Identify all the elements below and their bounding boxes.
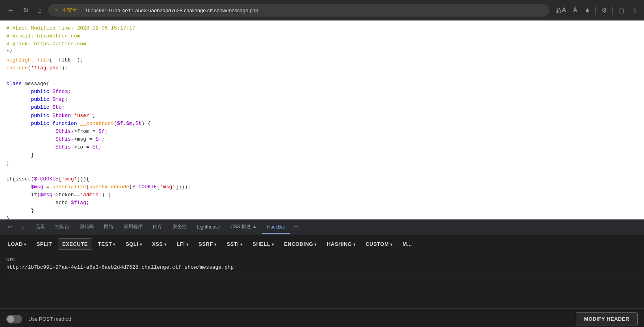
hackbar-ssrf-button[interactable]: SSRF: [194, 238, 221, 250]
devtools-tab-sources[interactable]: 源代码: [75, 220, 98, 234]
code-comment-1: # @Last Modified Time: 2020-12-05 15:17:…: [6, 25, 135, 31]
hackbar-footer: Use POST method MODIFY HEADER: [0, 308, 644, 327]
devtools-tab-select[interactable]: □: [18, 221, 30, 234]
hackbar-content: URL http://1b7bc991-97aa-4e11-a5e3-6aeb2…: [0, 253, 644, 308]
devtools-tab-elements[interactable]: 元素: [31, 220, 50, 234]
hackbar-lfi-button[interactable]: LFI: [172, 238, 193, 250]
hackbar-more-button[interactable]: M...: [398, 238, 416, 250]
insecure-label: 不安全: [62, 7, 77, 14]
code-comment-2: # @email: hlxa@ctfer.com: [6, 33, 80, 39]
devtools-tab-application[interactable]: 应用程序: [119, 220, 147, 234]
devtools-tab-lighthouse[interactable]: Lighthouse: [192, 221, 225, 234]
separator: |: [80, 7, 82, 13]
browser-actions: あA Â ★ | ⚙ | ▢ ☆: [553, 5, 639, 16]
hackbar-test-button[interactable]: TEST: [94, 238, 120, 250]
hackbar-split-button[interactable]: SPLIT: [32, 238, 56, 250]
modify-header-button[interactable]: MODIFY HEADER: [576, 312, 638, 325]
hackbar-execute-button[interactable]: EXECUTE: [58, 238, 92, 250]
hackbar-load-button[interactable]: LOAD: [3, 238, 31, 250]
devtools-tabs: ▭ □ 元素 控制台 源代码 网络 应用程序 内存 安全性 Lighthouse…: [0, 219, 644, 235]
warning-icon: ⚠: [54, 7, 59, 13]
devtools-tab-security[interactable]: 安全性: [168, 220, 191, 234]
home-button[interactable]: ⌂: [35, 5, 44, 16]
translate-button[interactable]: あA: [553, 5, 568, 16]
code-highlight: highlight_file: [6, 57, 49, 63]
extensions-button[interactable]: ⚙: [599, 5, 609, 16]
address-bar[interactable]: ⚠ 不安全 | 1b7bc991-97aa-4e11-a5e3-6aeb2d4d…: [48, 4, 549, 17]
devtools-panel: ▭ □ 元素 控制台 源代码 网络 应用程序 内存 安全性 Lighthouse…: [0, 219, 644, 327]
browser-chrome: ← ↻ ⌂ ⚠ 不安全 | 1b7bc991-97aa-4e11-a5e3-6a…: [0, 0, 644, 20]
hackbar-hashing-button[interactable]: HASHING: [323, 238, 360, 250]
bookmark-button[interactable]: ★: [582, 5, 592, 16]
hackbar-custom-button[interactable]: CUSTOM: [361, 238, 397, 250]
refresh-button[interactable]: ↻: [20, 4, 31, 16]
code-include: include: [6, 65, 28, 71]
hackbar-ssti-button[interactable]: SSTI: [223, 238, 247, 250]
devtools-tab-add[interactable]: +: [291, 221, 301, 233]
read-button[interactable]: Â: [571, 5, 580, 15]
hackbar-xss-button[interactable]: XSS: [148, 238, 171, 250]
devtools-tab-css[interactable]: CSS 概述 ▲: [226, 220, 262, 234]
devtools-tab-network[interactable]: 网络: [99, 220, 118, 234]
address-text: 1b7bc991-97aa-4e11-a5e3-6aeb2d4d7628.cha…: [85, 7, 258, 13]
code-comment-3: # @link: https://ctfer.com: [6, 41, 86, 47]
devtools-tab-hackbar[interactable]: HackBar: [262, 221, 290, 234]
devtools-tab-console[interactable]: 控制台: [50, 220, 74, 234]
favorites-button[interactable]: ☆: [629, 5, 639, 16]
back-button[interactable]: ←: [5, 5, 17, 16]
hackbar-encoding-button[interactable]: ENCODING: [280, 238, 321, 250]
url-label: URL: [6, 257, 638, 262]
split-button[interactable]: ▢: [616, 5, 627, 16]
devtools-tab-inspect[interactable]: ▭: [3, 221, 17, 234]
toggle-knob: [7, 316, 14, 323]
hackbar-toolbar: LOAD SPLIT EXECUTE TEST SQLI XSS LFI SSR…: [0, 235, 644, 253]
devtools-tab-memory[interactable]: 内存: [148, 220, 167, 234]
code-area: # @Last Modified Time: 2020-12-05 15:17:…: [0, 20, 644, 219]
post-method-label: Use POST method: [28, 316, 71, 322]
code-line4: */: [6, 49, 13, 55]
hackbar-sqli-button[interactable]: SQLI: [121, 238, 146, 250]
url-display[interactable]: http://1b7bc991-97aa-4e11-a5e3-6aeb2d4d7…: [6, 264, 638, 273]
hackbar-shell-button[interactable]: SHELL: [248, 238, 278, 250]
post-method-toggle[interactable]: [6, 315, 22, 323]
